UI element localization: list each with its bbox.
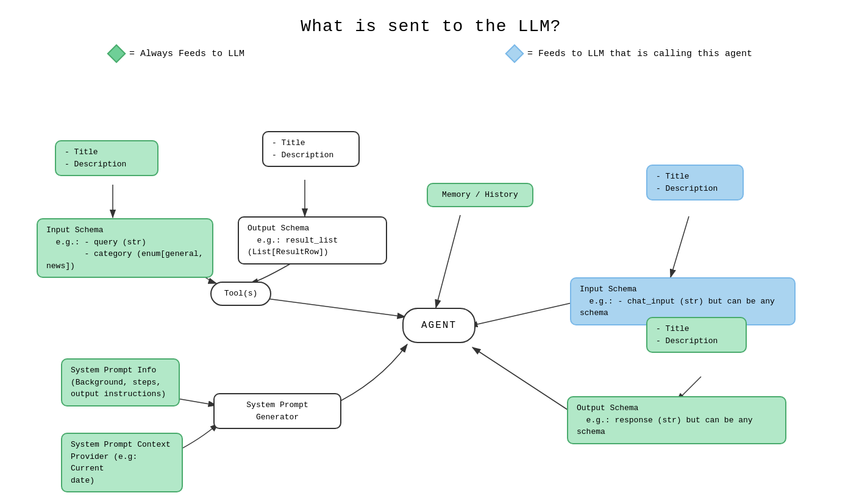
title-desc-green-right-text: - Title- Description [656,324,718,346]
title-desc-blue-box: - Title- Description [646,165,744,201]
legend-blue-label: = Feeds to LLM that is calling this agen… [527,49,752,59]
memory-box: Memory / History [427,183,533,207]
system-prompt-context-text: System Prompt ContextProvider (e.g: Curr… [71,440,171,485]
legend-green-label: = Always Feeds to LLM [129,49,244,59]
agent-text: AGENT [421,320,457,331]
output-schema-tool-text: Output Schema e.g.: result_list (List[Re… [248,224,338,257]
system-prompt-generator-text: System Prompt Generator [246,400,308,422]
agent-box: AGENT [402,308,476,343]
legend: = Always Feeds to LLM = Feeds to LLM tha… [0,36,862,60]
blue-diamond-icon [505,44,524,63]
tool-title-left-text: - Title- Description [65,147,126,169]
tool-title-middle-text: - Title- Description [272,138,333,160]
title-desc-green-right-box: - Title- Description [646,317,747,353]
legend-green: = Always Feeds to LLM [110,47,244,60]
system-prompt-info-box: System Prompt Info(Background, steps,out… [61,358,180,406]
system-prompt-context-box: System Prompt ContextProvider (e.g: Curr… [61,433,183,492]
input-schema-box: Input Schema e.g.: - query (str) - categ… [37,218,213,278]
output-schema-tool-box: Output Schema e.g.: result_list (List[Re… [238,216,387,264]
tool-title-middle-box: - Title- Description [262,131,360,167]
output-schema-right-text: Output Schema e.g.: response (str) but c… [577,403,753,436]
title-desc-blue-text: - Title- Description [656,172,718,193]
tool-title-left-box: - Title- Description [55,140,159,176]
page-title: What is sent to the LLM? [0,0,862,36]
system-prompt-info-text: System Prompt Info(Background, steps,out… [71,366,166,399]
tools-box: Tool(s) [210,282,271,306]
input-schema-text: Input Schema e.g.: - query (str) - categ… [46,225,203,271]
tools-text: Tool(s) [224,289,258,298]
memory-text: Memory / History [442,190,518,199]
legend-blue: = Feeds to LLM that is calling this agen… [508,47,752,60]
input-schema-blue-text: Input Schema e.g.: - chat_input (str) bu… [580,285,775,318]
system-prompt-generator-box: System Prompt Generator [213,393,341,429]
green-diamond-icon [107,44,126,63]
output-schema-right-box: Output Schema e.g.: response (str) but c… [567,396,786,444]
